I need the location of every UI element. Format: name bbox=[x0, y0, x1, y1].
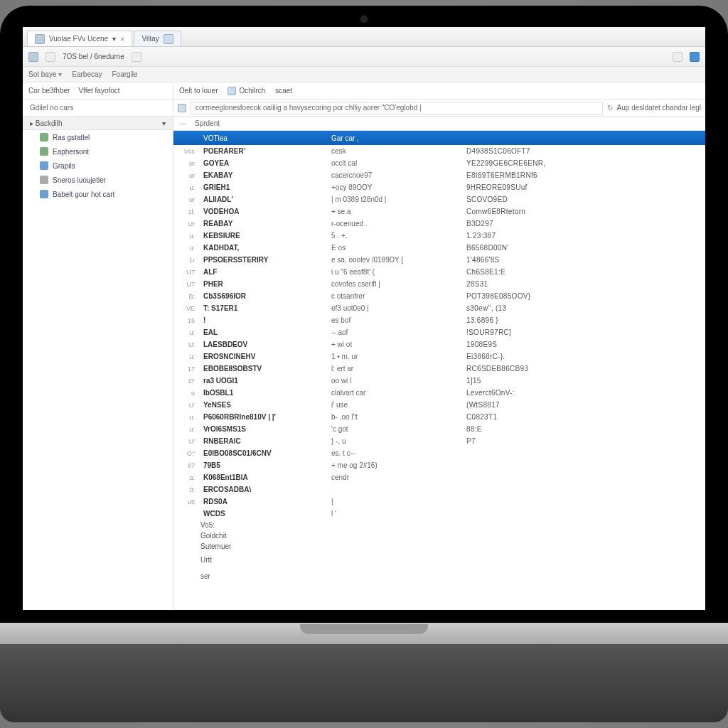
window-tab-2[interactable]: Viltay bbox=[134, 31, 181, 46]
table-row[interactable]: u:P6060RBRIne810V | |'b- .oo l"tC0823T1 bbox=[173, 411, 705, 423]
col-1[interactable]: VOTlea bbox=[199, 134, 327, 142]
page-icon-2[interactable] bbox=[690, 52, 700, 62]
sidebar-item-icon bbox=[40, 161, 48, 170]
table-row[interactable]: 15!es bof13:6896 } bbox=[173, 314, 705, 326]
table-row[interactable]: u:KEBSIURE5 . +.1.23:387 bbox=[173, 230, 705, 242]
dropdown-1[interactable]: Sot baye bbox=[28, 70, 62, 78]
sidebar-item-2[interactable]: Grapils bbox=[23, 159, 173, 173]
pathbar: ↻ Aup desldatet chandar legl bbox=[173, 100, 705, 117]
cell-type: + wi ot bbox=[327, 341, 462, 348]
cell-type: +ocy 89OOY bbox=[327, 183, 462, 191]
cell-name: ! bbox=[199, 316, 327, 324]
sidebar-group-header[interactable]: ▸ Backdilh ▾ bbox=[23, 116, 173, 130]
table-row[interactable]: u:EAL-- aof!SOUR97RC] bbox=[173, 326, 705, 338]
cell-name: LAESBDEOV bbox=[199, 341, 327, 348]
sidebar-item-1[interactable]: Eaphersont bbox=[23, 144, 173, 159]
table-row[interactable]: 0:ERCOSADBA\ bbox=[173, 483, 705, 496]
cell-name: GOYEA bbox=[199, 159, 327, 167]
row-index: O' bbox=[176, 378, 199, 385]
ct-item-2[interactable]: Ochilrch bbox=[228, 87, 265, 95]
cell-type: c otsanfrer bbox=[327, 292, 462, 300]
table-row[interactable]: U7ALFi u "6 eeaf8t' (Ch6S8E1:E bbox=[173, 266, 705, 278]
cell-value: 1'4866'8S bbox=[462, 256, 619, 264]
table-row[interactable]: a:K068Ent1BlAcendr bbox=[173, 471, 705, 483]
cell-type: i u "6 eeaf8t' ( bbox=[327, 268, 462, 276]
sidebar-item-label: Sneros iuoujetler bbox=[53, 176, 106, 184]
grid-body[interactable]: VccPOERARER'ceskD4938S1C06OFT7urGOYEAocc… bbox=[173, 145, 705, 610]
tail-item[interactable]: Sutemuer bbox=[173, 541, 705, 552]
table-row[interactable]: urGOYEAocclt calYE2299GE6CRE6ENR, bbox=[173, 157, 705, 169]
table-row[interactable]: VET: S17ER1ef3 uot0e0 |s30ew'', (13 bbox=[173, 302, 705, 314]
table-row[interactable]: U:LAESBDEOV+ wi ot1908E9S bbox=[173, 338, 705, 350]
close-icon[interactable]: × bbox=[120, 35, 124, 43]
page-icon[interactable] bbox=[673, 52, 682, 62]
table-row[interactable]: U'RNBERAIC} -, uP7 bbox=[173, 435, 705, 447]
chevron-down-icon[interactable]: ▾ bbox=[162, 119, 166, 127]
content-tab[interactable]: Sprdent bbox=[189, 118, 225, 129]
toolbar-item-2[interactable]: Earbecay bbox=[72, 70, 102, 78]
open-icon[interactable] bbox=[46, 52, 55, 62]
row-index: ur bbox=[176, 196, 199, 203]
row-index: VE bbox=[176, 305, 199, 312]
tail-item[interactable]: Vo5: bbox=[173, 520, 705, 530]
camera-dot bbox=[360, 16, 368, 23]
folder-icon[interactable] bbox=[178, 104, 186, 112]
new-icon[interactable] bbox=[28, 52, 38, 62]
tail-item[interactable]: Urtt bbox=[173, 555, 705, 565]
cell-name: ra3 UOGI1 bbox=[199, 377, 327, 385]
cell-name: IbOSBL1 bbox=[199, 389, 327, 397]
table-row[interactable]: B:Cb3S696IORc otsanfrerPOT398E085OOV} bbox=[173, 290, 705, 302]
cell-type: } -, u bbox=[327, 437, 462, 445]
cell-type: b- .oo l"t bbox=[327, 413, 462, 421]
sidebar-item-4[interactable]: Babelt gour hot cart bbox=[23, 187, 173, 201]
table-row[interactable]: u:GRIEH1+ocy 89OOY9HREORE09SUuf bbox=[173, 181, 705, 193]
table-row[interactable]: u:VrOl6SMS1S'c got88:E bbox=[173, 423, 705, 435]
tail-item[interactable]: ser bbox=[173, 571, 705, 582]
table-row[interactable]: uIbOSBL1clalvart carLeverct6OnV-: bbox=[173, 387, 705, 399]
window-tabbar: Vuolae FVv Ucene ▾ × Viltay bbox=[23, 27, 705, 47]
cell-type: ef3 uot0e0 | bbox=[327, 304, 462, 312]
cell-name: WCDS bbox=[199, 510, 327, 518]
path-right-label: Aup desldatet chandar legl bbox=[617, 104, 701, 112]
laptop-base bbox=[0, 644, 728, 722]
table-row[interactable]: 17EBOBE8SOBSTVl: ert arRC6SDEB86CB93 bbox=[173, 363, 705, 375]
table-row[interactable]: u5RDS0A| bbox=[173, 496, 705, 508]
col-2[interactable]: Gar car , bbox=[327, 134, 462, 142]
tab-label: Vuolae FVv Ucene bbox=[49, 35, 108, 43]
table-row[interactable]: U'YeNSESi' use(WtS8817 bbox=[173, 399, 705, 411]
table-row[interactable]: O:'E0IBO08SC01/6CNVes. t c-- bbox=[173, 447, 705, 459]
search-icon[interactable] bbox=[132, 52, 141, 62]
window-tab-1[interactable]: Vuolae FVv Ucene ▾ × bbox=[27, 31, 132, 46]
cell-value: 88:E bbox=[462, 425, 619, 433]
toolbar-item-3[interactable]: Foargile bbox=[112, 70, 138, 78]
table-row[interactable]: U7PHERcovofes cserifl |28S31 bbox=[173, 278, 705, 290]
table-row[interactable]: WCDSl ' bbox=[173, 508, 705, 520]
table-row[interactable]: 1l:VODEHOA+ se.aComw6E8Rtetorn bbox=[173, 205, 705, 218]
sidebar-item-3[interactable]: Sneros iuoujetler bbox=[23, 173, 173, 187]
path-input[interactable] bbox=[191, 102, 603, 114]
tail-item[interactable]: Goldchit bbox=[173, 530, 705, 541]
sidebar-item-label: Grapils bbox=[53, 162, 75, 170]
table-row[interactable]: u:KADHDAT,E osB6568D00N' bbox=[173, 242, 705, 254]
cell-type: + me og 2#16) bbox=[327, 461, 462, 469]
cell-type: + se.a bbox=[327, 208, 462, 215]
ct-item-1[interactable]: Oelt to louer bbox=[179, 87, 218, 95]
table-row[interactable]: urALIIADL'| m 0389 t28n0d |SCOVO9ED bbox=[173, 193, 705, 205]
row-index: u: bbox=[176, 353, 199, 360]
cell-value: E8t69T6ERMB1RNf6 bbox=[462, 171, 619, 179]
refresh-icon[interactable]: ↻ bbox=[607, 104, 613, 112]
sidebar-subtitle: Gdilel no cars bbox=[23, 100, 173, 116]
table-row[interactable]: VccPOERARER'ceskD4938S1C06OFT7 bbox=[173, 145, 705, 157]
ct-item-3[interactable]: scaet bbox=[275, 87, 292, 95]
table-row[interactable]: 1rPPSOERSSTERIRY e sa. ooolev /0189DY [1… bbox=[173, 254, 705, 266]
sidebar-item-0[interactable]: Ras gstatlel bbox=[23, 130, 173, 144]
cell-name: ALF bbox=[199, 268, 327, 276]
table-row[interactable]: O'ra3 UOGI1oo wi l1]15 bbox=[173, 375, 705, 387]
table-row[interactable]: UrREABAYr-ocenued .B3D297 bbox=[173, 218, 705, 230]
table-row[interactable]: u:EROSNCINEHV1 • m. urEi3868rC-}. bbox=[173, 350, 705, 363]
row-index: U' bbox=[176, 402, 199, 409]
chevron-down-icon[interactable]: ▾ bbox=[112, 35, 116, 43]
table-row[interactable]: 8779B5+ me og 2#16) bbox=[173, 459, 705, 471]
cell-type: i' use bbox=[327, 401, 462, 409]
table-row[interactable]: urEKABAYcacercnoe97E8t69T6ERMB1RNf6 bbox=[173, 169, 705, 181]
